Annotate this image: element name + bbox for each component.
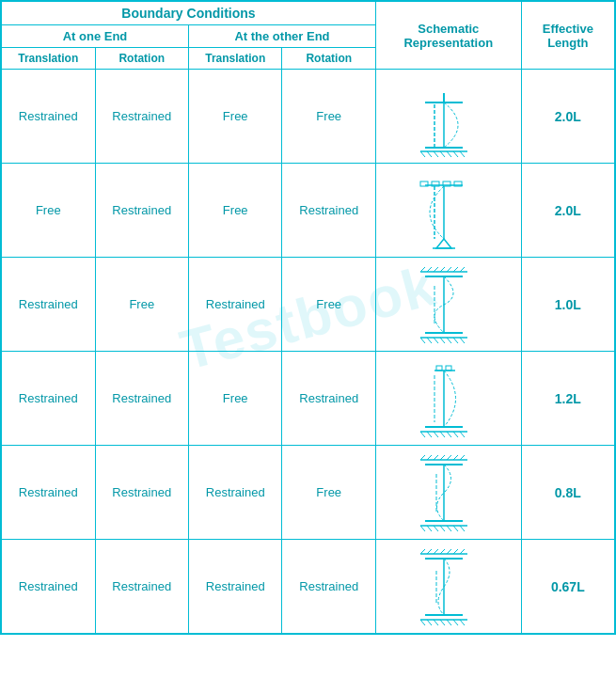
translation-one-cell: Restrained [2, 540, 96, 634]
svg-line-6 [420, 151, 425, 157]
svg-line-9 [440, 151, 445, 157]
eff-length-cell-3: 1.0L [521, 258, 614, 352]
sub-one-end: At one End [2, 25, 189, 48]
rotation-other-cell: Restrained [282, 540, 375, 634]
svg-line-12 [460, 151, 465, 157]
schematic-cell-5 [375, 446, 521, 540]
svg-line-72 [440, 526, 445, 531]
rotation-other-cell: Free [282, 446, 375, 540]
schematic-cell-6 [375, 540, 521, 634]
svg-line-92 [440, 620, 445, 625]
svg-marker-20 [436, 239, 451, 248]
svg-line-35 [420, 338, 425, 343]
svg-line-11 [453, 151, 458, 157]
svg-line-39 [447, 338, 451, 343]
sub-other-end: At the other End [188, 25, 375, 48]
eff-length-cell-5: 0.8L [521, 446, 614, 540]
header-eff-length: Effective Length [521, 2, 614, 70]
col-translation: Translation [2, 48, 96, 70]
eff-length-cell-2: 2.0L [521, 164, 614, 258]
svg-line-54 [453, 432, 458, 437]
rotation-one-cell: Free [95, 258, 188, 352]
translation-other-cell: Restrained [188, 540, 282, 634]
schematic-cell-4 [375, 352, 521, 446]
col-rotation2: Rotation [282, 48, 375, 70]
svg-line-38 [440, 338, 445, 343]
rotation-one-cell: Restrained [95, 352, 188, 446]
eff-length-cell-4: 1.2L [521, 352, 614, 446]
table-row: RestrainedRestrainedFreeFree 2.0L [2, 70, 615, 164]
table-row: RestrainedRestrainedFreeRestrained 1.2L [2, 352, 615, 446]
header-boundary-conditions: Boundary Conditions [2, 2, 376, 25]
rotation-other-cell: Restrained [282, 164, 375, 258]
translation-one-cell: Free [2, 164, 96, 258]
col-rotation: Rotation [95, 48, 188, 70]
schematic-cell-2 [375, 164, 521, 258]
translation-other-cell: Restrained [188, 258, 282, 352]
schematic-cell-3 [375, 258, 521, 352]
table-row: RestrainedRestrainedRestrainedFree [2, 446, 615, 540]
eff-length-cell-6: 0.67L [521, 540, 614, 634]
svg-line-51 [434, 432, 438, 437]
rotation-other-cell: Free [282, 258, 375, 352]
svg-line-49 [420, 432, 425, 437]
svg-line-40 [453, 338, 458, 343]
svg-line-69 [420, 526, 425, 531]
rotation-one-cell: Restrained [95, 540, 188, 634]
rotation-one-cell: Restrained [95, 164, 188, 258]
table-row: FreeRestrainedFreeRestrained 2.0L [2, 164, 615, 258]
translation-other-cell: Free [188, 164, 282, 258]
svg-line-52 [440, 432, 445, 437]
rotation-one-cell: Restrained [95, 70, 188, 164]
translation-one-cell: Restrained [2, 446, 96, 540]
svg-line-7 [427, 151, 432, 157]
translation-one-cell: Restrained [2, 70, 96, 164]
table-row: RestrainedFreeRestrainedFree [2, 258, 615, 352]
rotation-other-cell: Free [282, 70, 375, 164]
svg-line-89 [420, 620, 425, 625]
col-translation2: Translation [188, 48, 282, 70]
svg-line-50 [427, 432, 432, 437]
svg-line-73 [447, 526, 451, 531]
translation-other-cell: Free [188, 70, 282, 164]
svg-line-91 [434, 620, 438, 625]
svg-line-10 [447, 151, 451, 157]
svg-line-93 [447, 620, 451, 625]
svg-line-70 [427, 526, 432, 531]
svg-line-75 [460, 526, 465, 531]
schematic-cell-1 [375, 70, 521, 164]
svg-line-41 [460, 338, 465, 343]
eff-length-cell-1: 2.0L [521, 70, 614, 164]
translation-one-cell: Restrained [2, 258, 96, 352]
translation-one-cell: Restrained [2, 352, 96, 446]
svg-line-71 [434, 526, 438, 531]
table-row: RestrainedRestrainedRestrainedRestrained [2, 540, 615, 634]
translation-other-cell: Free [188, 352, 282, 446]
translation-other-cell: Restrained [188, 446, 282, 540]
svg-line-95 [460, 620, 465, 625]
svg-line-8 [434, 151, 438, 157]
svg-line-53 [447, 432, 451, 437]
svg-line-55 [460, 432, 465, 437]
svg-line-74 [453, 526, 458, 531]
svg-line-37 [434, 338, 438, 343]
header-schematic: Schematic Representation [375, 2, 521, 70]
svg-line-90 [427, 620, 432, 625]
rotation-other-cell: Restrained [282, 352, 375, 446]
svg-line-94 [453, 620, 458, 625]
svg-line-36 [427, 338, 432, 343]
rotation-one-cell: Restrained [95, 446, 188, 540]
